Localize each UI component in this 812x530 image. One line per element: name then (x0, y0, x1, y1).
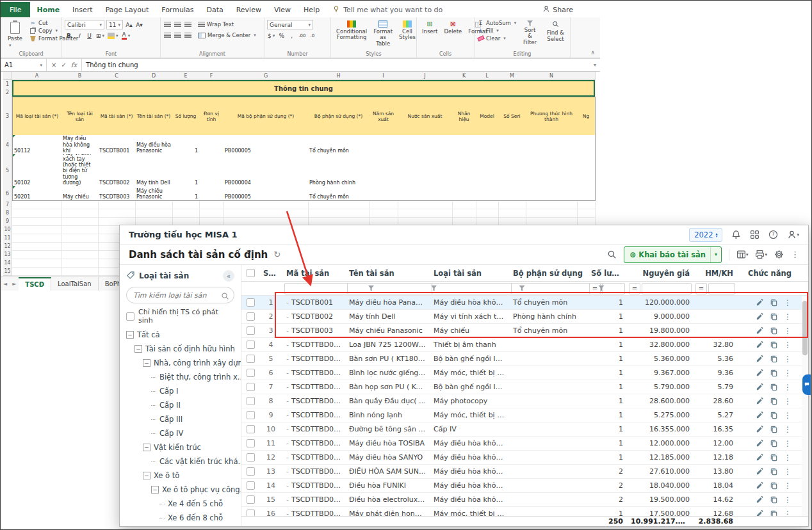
row-checkbox[interactable] (247, 326, 255, 335)
excel-cell[interactable] (61, 250, 99, 259)
excel-data-cell[interactable] (476, 154, 499, 187)
merge-center-button[interactable]: Merge & Center ▾ (198, 32, 256, 38)
tree-item[interactable]: Cấp IV (120, 426, 241, 440)
row-menu-icon[interactable]: ⋮ (784, 369, 792, 378)
sheet-header-cell[interactable]: Nhãn hiệu (452, 97, 476, 136)
excel-cell[interactable] (61, 267, 99, 276)
sheet-tab-loaitaisan[interactable]: LoaiTaiSan (51, 277, 99, 291)
edit-icon[interactable] (756, 397, 764, 405)
excel-data-cell[interactable]: PB000005 (223, 186, 309, 201)
sidebar-search-input[interactable] (126, 287, 234, 303)
notifications-icon[interactable] (731, 230, 741, 239)
find-select-button[interactable]: Find & Select (544, 20, 567, 43)
row-menu-icon[interactable]: ⋮ (784, 439, 792, 448)
asset-row[interactable]: 4-TSCDTTBD001Loa JBN 725 1200W, Công suấ… (241, 338, 808, 352)
excel-ribbon-tab-home[interactable]: Home (30, 2, 66, 17)
sheet-header-cell[interactable]: Mã tài sản (*) (98, 97, 136, 136)
sheet-header-cell[interactable]: Tên loại tài sản (61, 97, 99, 136)
row-checkbox[interactable] (247, 411, 255, 419)
tree-item[interactable]: Xe 6 đến 8 chỗ (120, 511, 241, 525)
tree-item[interactable]: −Xe ô tô phục vụ công... (120, 525, 241, 526)
excel-data-cell[interactable]: 1 (172, 135, 200, 155)
tree-item[interactable]: −Xe ô tô phục vụ công... (120, 483, 241, 497)
font-size-select[interactable]: 11▾ (106, 20, 123, 29)
row-header[interactable]: 10 (3, 225, 12, 234)
column-header[interactable]: C (98, 72, 136, 80)
duplicate-icon[interactable] (770, 510, 778, 516)
row-header[interactable]: 4 (3, 135, 12, 155)
col-header-type[interactable]: Loại tài sản (430, 269, 509, 278)
edit-icon[interactable] (756, 298, 764, 307)
excel-cell[interactable] (577, 200, 596, 209)
share-button[interactable]: Share (542, 2, 573, 17)
excel-data-cell[interactable] (452, 135, 476, 155)
duplicate-icon[interactable] (770, 467, 778, 476)
excel-data-cell[interactable] (577, 135, 596, 155)
asset-row[interactable]: 14-TSCDTTBD013Điều hòa FUNIKIMáy điều hò… (241, 479, 808, 493)
asset-row[interactable]: 13-TSCDTTBD012ĐIỀU HÒA SAM SUNG 18000P..… (241, 465, 808, 479)
row-checkbox[interactable] (247, 425, 255, 433)
row-header[interactable]: 3 (3, 97, 12, 136)
tree-item[interactable]: Cấp II (120, 398, 241, 412)
edit-icon[interactable] (756, 312, 764, 321)
shrink-font-button[interactable]: A▾ (135, 20, 143, 29)
excel-data-cell[interactable] (526, 186, 578, 201)
excel-cell[interactable] (577, 209, 596, 218)
excel-ribbon-tab-formulas[interactable]: Formulas (155, 2, 200, 17)
formula-input[interactable]: Thông tin chung (82, 59, 590, 71)
tree-item[interactable]: −Tài sản cố định hữu hình (120, 342, 241, 356)
print-dropdown[interactable]: ▾ (755, 250, 767, 259)
expand-formula-bar-icon[interactable]: ▾ (590, 59, 600, 71)
table-view-dropdown[interactable]: ▾ (736, 250, 749, 259)
col-header-qty[interactable]: Số lượng (587, 269, 627, 278)
tree-item[interactable]: Cấp I (120, 384, 241, 398)
tree-item[interactable]: Cấp III (120, 412, 241, 426)
asset-row[interactable]: 7-TSCDTTBD004Bàn họp sơn PU ( KT2000x100… (241, 380, 808, 394)
row-menu-icon[interactable]: ⋮ (784, 298, 792, 307)
excel-data-cell[interactable] (526, 154, 578, 187)
row-checkbox[interactable] (247, 369, 255, 377)
excel-cell[interactable] (12, 225, 62, 234)
column-header[interactable]: I (369, 72, 398, 80)
asset-row[interactable]: 9-TSCDTTBD006Bình nóng lạnhMáy móc, thiế… (241, 408, 808, 422)
search-icon[interactable] (607, 250, 617, 259)
edit-icon[interactable] (756, 341, 764, 349)
column-header[interactable]: F (199, 72, 224, 80)
row-menu-icon[interactable]: ⋮ (784, 341, 792, 349)
excel-data-cell[interactable] (398, 135, 453, 155)
tree-item[interactable]: −Tất cả (120, 328, 241, 342)
edit-icon[interactable] (756, 453, 764, 462)
edit-icon[interactable] (756, 510, 764, 516)
row-menu-icon[interactable]: ⋮ (784, 425, 792, 434)
asset-row[interactable]: 1-TSCDTB001Máy điều hòa PanasonicMáy điề… (241, 296, 808, 310)
select-all-corner[interactable] (3, 72, 12, 80)
row-menu-icon[interactable]: ⋮ (784, 411, 792, 420)
excel-cell[interactable] (135, 209, 173, 218)
percent-button[interactable]: % (277, 31, 286, 40)
align-top-button[interactable] (163, 20, 172, 29)
underline-button[interactable]: U (85, 31, 93, 40)
duplicate-icon[interactable] (770, 341, 778, 349)
excel-cell[interactable] (12, 209, 62, 218)
apps-grid-icon[interactable] (750, 230, 759, 239)
row-header[interactable]: 14 (3, 259, 12, 268)
duplicate-icon[interactable] (770, 383, 778, 391)
sheet-header-cell[interactable]: Năm sản xuất (369, 97, 398, 136)
excel-ribbon-tab-help[interactable]: Help (297, 2, 326, 17)
edit-icon[interactable] (756, 481, 764, 490)
excel-cell[interactable] (98, 209, 136, 218)
excel-cell[interactable] (61, 209, 99, 218)
excel-data-cell[interactable] (577, 186, 596, 201)
confirm-entry-icon[interactable]: ✓ (61, 61, 66, 68)
excel-cell[interactable] (398, 200, 453, 209)
row-header[interactable]: 15 (3, 267, 12, 276)
scrollbar-thumb[interactable] (802, 301, 808, 355)
bold-button[interactable]: B (65, 31, 73, 40)
cancel-entry-icon[interactable]: × (51, 61, 56, 68)
sheet-nav-left-icon[interactable]: ◄ (1, 277, 10, 291)
merged-title-cell[interactable]: Thông tin chung (12, 80, 595, 97)
align-middle-button[interactable] (174, 20, 182, 29)
excel-cell[interactable] (61, 200, 99, 209)
more-menu-icon[interactable]: ⋮ (791, 250, 799, 259)
excel-cell[interactable] (223, 200, 309, 209)
